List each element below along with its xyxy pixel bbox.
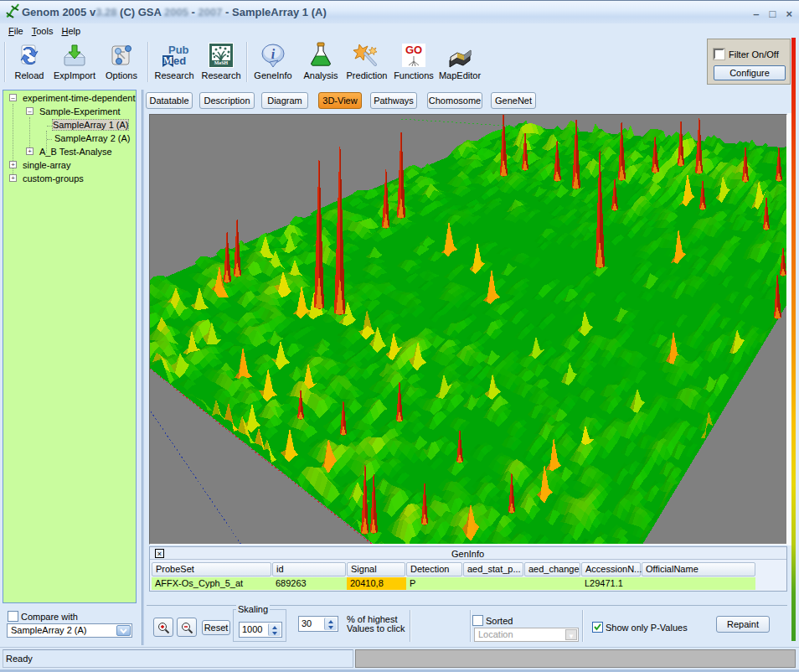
svg-text:M: M bbox=[163, 54, 173, 66]
svg-text:MeSH: MeSH bbox=[214, 60, 229, 65]
svg-text:i: i bbox=[271, 47, 276, 61]
svg-text:GO: GO bbox=[405, 44, 422, 56]
svg-text:ed: ed bbox=[173, 54, 186, 67]
